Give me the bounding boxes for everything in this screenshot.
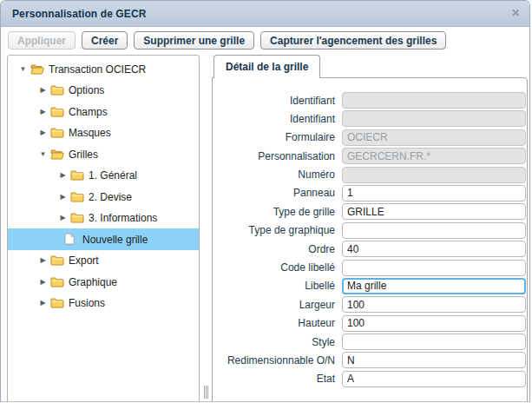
tree-item-label: Transaction OCIECR [49,63,146,76]
navigation-tree: ▼ Transaction OCIECR▶ Options▶ Champs▶ M… [7,55,200,402]
expand-arrow-icon[interactable]: ▶ [38,299,48,307]
form-row: Code libellé [220,260,527,276]
form-row: Redimensionnable O/N [220,352,527,368]
field-input-type-de-graphique[interactable] [342,222,526,239]
tree-item-3-informations[interactable]: ▶ 3. Informations [8,208,199,229]
expand-arrow-icon[interactable]: ▶ [38,278,48,286]
field-label: Etat [220,373,335,385]
form-row: Numéro [220,167,527,183]
field-label: Libellé [220,280,335,292]
tree-item-transaction-ociecr[interactable]: ▼ Transaction OCIECR [8,58,199,80]
folder-icon [50,84,65,96]
tree-item-label: 3. Informations [89,211,157,224]
form-row: Personnalisation [220,148,527,164]
field-input-ordre[interactable] [342,241,526,257]
field-label: Identifiant [220,95,335,107]
expand-arrow-icon[interactable]: ▶ [58,193,68,201]
folder-icon [70,212,85,223]
toolbar: AppliquerCréerSupprimer une grilleCaptur… [1,27,529,54]
field-input-code-libelle[interactable] [342,260,526,276]
tree-item-label: 1. Général [89,168,137,182]
folder-open-icon [50,149,65,160]
form-row: Panneau [220,185,527,202]
field-input-hauteur[interactable] [342,315,526,332]
tree-item-nouvelle-grille[interactable]: Nouvelle grille [8,228,199,250]
tree-item-grilles[interactable]: ▼ Grilles [8,143,199,165]
tree-item-label: Fusions [69,296,105,309]
tree-item-2-devise[interactable]: ▶ 2. Devise [8,186,199,208]
tree-item-fusions[interactable]: ▶ Fusions [8,293,199,314]
field-input-identifiant-2 [342,110,526,127]
tree-item-champs[interactable]: ▶ Champs [8,101,199,122]
folder-icon [50,276,65,287]
form-row: Identifiant [220,92,527,109]
tree-item-label: 2. Devise [89,190,132,203]
field-input-style[interactable] [342,334,526,350]
form-row: Formulaire [220,129,527,146]
field-label: Panneau [220,187,335,199]
field-label: Ordre [220,243,335,255]
field-label: Formulaire [220,131,335,143]
tree-item-label: Export [69,254,99,267]
field-label: Redimensionnable O/N [220,354,335,367]
tree-item-export[interactable]: ▶ Export [8,250,199,272]
folder-icon [50,127,65,138]
document-icon [64,233,79,245]
panel-splitter-grip[interactable] [204,386,212,399]
expand-arrow-icon[interactable]: ▶ [38,86,48,94]
close-icon[interactable]: ✕ [511,7,520,19]
expand-arrow-icon[interactable]: ▶ [58,214,68,221]
supprimer-une-grille-button[interactable]: Supprimer une grille [134,31,254,50]
tree-item-label: Champs [69,105,108,118]
form-row: Ordre [220,241,527,257]
form-row: Type de grille [220,203,527,220]
field-input-numero [342,167,526,183]
field-label: Identifiant [220,113,335,125]
field-input-etat[interactable] [342,371,526,387]
expand-arrow-icon[interactable]: ▶ [38,108,48,116]
field-label: Numéro [220,168,335,181]
field-label: Largeur [220,299,335,311]
expand-arrow-icon[interactable]: ▶ [38,129,48,136]
field-input-libelle[interactable] [342,278,526,294]
field-input-personnalisation [342,148,526,164]
field-label: Type de grille [220,206,335,218]
collapse-arrow-icon[interactable]: ▼ [38,150,48,158]
field-label: Hauteur [220,317,335,329]
folder-icon [70,169,85,181]
tree-item-1-general[interactable]: ▶ 1. Général [8,165,199,187]
expand-arrow-icon[interactable]: ▶ [38,256,48,264]
capturer-l-agencement-des-grilles-button[interactable]: Capturer l'agencement des grilles [260,31,446,50]
tab-detail-grille[interactable]: Détail de la grille [213,55,320,78]
window-title: Personnalisation de GECR [12,8,146,20]
grid-detail-panel: IdentifiantIdentifiantFormulairePersonna… [212,77,528,402]
field-input-redimensionnable-o-n[interactable] [342,352,526,368]
tree-item-label: Masques [69,126,111,139]
tree-item-masques[interactable]: ▶ Masques [8,122,199,144]
folder-icon [70,191,85,202]
tab-label: Détail de la grille [226,61,308,73]
field-label: Style [220,336,335,348]
field-label: Code libellé [220,261,335,274]
tree-item-options[interactable]: ▶ Options [8,80,199,102]
field-input-type-de-grille[interactable] [342,203,526,220]
tree-item-graphique[interactable]: ▶ Graphique [8,271,199,293]
tree-item-label: Graphique [69,275,117,288]
folder-icon [50,254,65,266]
creer-button[interactable]: Créer [82,31,128,50]
expand-arrow-icon[interactable]: ▶ [58,171,68,179]
field-input-identifiant [342,92,526,109]
field-label: Personnalisation [220,150,335,162]
field-input-largeur[interactable] [342,296,526,313]
field-input-panneau[interactable] [342,185,526,202]
form-row: Type de graphique [220,222,527,239]
form-row: Identifiant [220,110,527,127]
appliquer-button: Appliquer [8,31,76,50]
collapse-arrow-icon[interactable]: ▼ [18,65,28,73]
form-row: Hauteur [220,315,527,332]
tree-item-label: Grilles [69,148,98,161]
form-row: Libellé [220,278,527,294]
folder-open-icon [30,63,45,75]
personnalisation-window: Personnalisation de GECR ✕ AppliquerCrée… [0,0,530,402]
form-row: Etat [220,371,527,387]
